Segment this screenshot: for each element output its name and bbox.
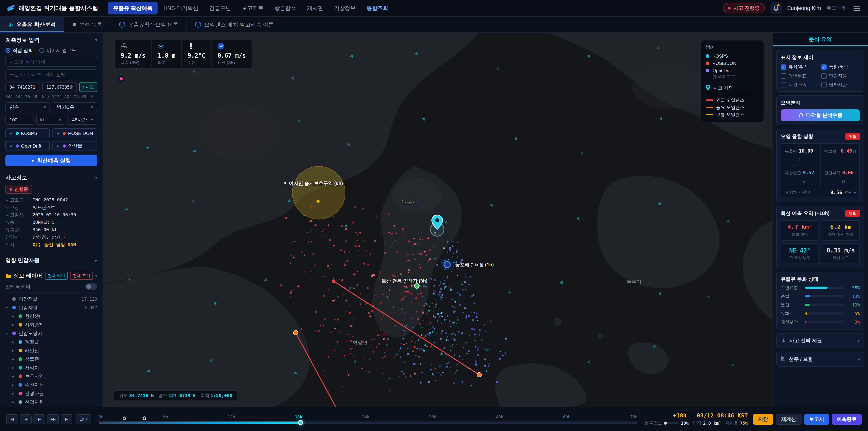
nav-item-5[interactable]: 항공탐색 [270, 2, 301, 14]
report-button[interactable]: 보고서 [804, 414, 829, 425]
collapsed-section-1[interactable]: 선주 / 보험▸ [776, 352, 864, 367]
checkbox-icon [781, 82, 786, 88]
chevron-down-icon: ▾ [91, 117, 93, 122]
layer-tree-item-9[interactable]: ▶보호지역 [5, 372, 97, 380]
tab-1[interactable]: 유출유 확산분석 [0, 17, 64, 32]
unit-select[interactable]: kL▾ [36, 115, 65, 125]
logout-button[interactable]: 로그아웃 [827, 5, 846, 11]
display-option-3[interactable]: 민감자원 [821, 73, 860, 79]
incident-location-pin[interactable] [431, 214, 443, 232]
layer-tree-item-1[interactable]: ▼민감자원3,947 [5, 303, 97, 312]
model-checkbox-앙상블[interactable]: ✓앙상블 [53, 141, 97, 151]
layer-tree-item-4[interactable]: ▼민감도평가 [5, 329, 97, 338]
layer-tree-item-0[interactable]: 어장정보17,129 [5, 295, 97, 303]
layer-count: 17,129 [82, 297, 97, 302]
layer-tree-item-7[interactable]: ▶생물종 [5, 355, 97, 363]
duration-select[interactable]: 48시간▾ [68, 115, 97, 125]
layer-tree-item-3[interactable]: ▶사회경제 [5, 320, 97, 329]
tab-4[interactable]: i오일펜스 배치 알고리즘 이론 [187, 17, 282, 32]
step-back-button[interactable]: ◀ [20, 414, 32, 424]
lon-value: 127.6739°E [168, 393, 196, 398]
pollution-status-card: 오염 종합 상황 위험 유출량10.00 kl증발량0.43 kl해상잔존9.5… [776, 129, 864, 202]
radio-direct-input[interactable]: 직접 입력 [5, 47, 33, 54]
weathering-bar [805, 312, 844, 315]
legend-label: KOSPS [712, 54, 728, 59]
skip-end-button[interactable]: ▶| [61, 414, 72, 424]
display-option-5[interactable]: 날짜시간 [821, 82, 860, 88]
run-prediction-button[interactable]: ▸확산예측 실행 [5, 155, 97, 166]
all-layers-on-button[interactable]: 전체 켜기 [45, 272, 68, 280]
display-option-0[interactable]: ✓유향/유속 [781, 64, 819, 70]
weathering-pct: 5% [846, 311, 860, 316]
nav-item-8[interactable]: 통합조회 [362, 2, 393, 14]
end-prediction-button[interactable]: 예측종료 [832, 414, 862, 425]
display-option-4[interactable]: 시간 표시 [781, 82, 819, 88]
nav-item-3[interactable]: 긴급구난 [204, 2, 236, 14]
predict-section-header[interactable]: 예측정보 입력 ▾ [5, 36, 97, 43]
incident-status-badge[interactable]: 사고 진행중 [723, 3, 765, 13]
nav-item-7[interactable]: 기상정보 [329, 2, 361, 14]
option-label: 날짜시간 [829, 82, 847, 88]
tab-analysis-summary[interactable]: 분석 요약 [773, 33, 868, 46]
map-area[interactable]: ▶▶▶▶▶▶▶▶▶▶▶▶▶▶▶▶▶▶▶▶▶▶▶▶▶▶▶▶▶▶▶▶▶▶▶▶▶▶▶▶… [103, 33, 772, 407]
collapsed-section-0[interactable]: 사고 선박 제원▸ [776, 333, 864, 348]
stat-value: 9.57 [803, 170, 814, 175]
speed-select[interactable]: 1x▾ [76, 414, 91, 424]
all-layers-toggle[interactable] [86, 283, 97, 290]
fast-forward-button[interactable]: ▶▶ [47, 414, 59, 424]
nav-item-6[interactable]: 게시판 [302, 2, 328, 14]
incident-name-input[interactable] [5, 57, 97, 67]
layer-tree-item-2[interactable]: ▶환경생태 [5, 312, 97, 320]
beach-marker[interactable] [443, 261, 451, 268]
tab-2[interactable]: ≡분석 목록 [64, 17, 111, 32]
layer-tree-item-5[interactable]: ▶계절별 [5, 338, 97, 346]
display-option-1[interactable]: ✓풍향/풍속 [821, 64, 860, 70]
chevron-down-icon: ▾ [95, 37, 97, 42]
model-checkbox-poseidon[interactable]: ✓POSEIDON [53, 128, 97, 138]
status-cell-1: 증발량0.43 kl [820, 144, 860, 165]
latitude-input[interactable] [5, 82, 40, 92]
layer-tree-item-6[interactable]: ▶해안선 [5, 346, 97, 355]
layer-tree-item-11[interactable]: ▶관광자원 [5, 389, 97, 398]
layer-tree-item-12[interactable]: ▶산업자원 [5, 398, 97, 406]
polygon-analysis-button[interactable]: 다각형 분석수행 [781, 110, 860, 121]
timeline-track[interactable] [98, 422, 638, 424]
model-checkbox-kosps[interactable]: ✓KOSPS [5, 128, 50, 138]
model-checkbox-opendrift[interactable]: ✓OpenDrift [5, 141, 50, 151]
user-name[interactable]: Eunjeong Kim [787, 5, 821, 11]
nav-item-4[interactable]: 보고자료 [237, 2, 269, 14]
play-button[interactable]: ▶ [33, 414, 45, 424]
draw-tool-button[interactable] [117, 74, 126, 83]
save-button[interactable]: 저장 [753, 414, 773, 425]
incident-list-input[interactable] [5, 69, 97, 79]
notifications-button[interactable] [770, 2, 782, 14]
layer-tree-item-10[interactable]: ▶수산자원 [5, 380, 97, 389]
longitude-input[interactable] [42, 82, 77, 92]
amount-input[interactable] [5, 115, 33, 125]
all-layers-off-button[interactable]: 전체 끄기 [70, 272, 93, 280]
legend-fence-row: 보통 오일펜스 [706, 111, 759, 118]
tab-3[interactable]: i유출유확산모델 이론 [111, 17, 187, 32]
weathering-pct: 3% [846, 319, 860, 325]
spill-mode-select[interactable]: 연속▾ [5, 102, 50, 112]
sensitive-section-header[interactable]: 영향 민감자원 ▸ [5, 257, 97, 264]
oil-type-select[interactable]: 벙커C유▾ [53, 102, 97, 112]
forecast-value: 4.7 km² [783, 224, 817, 230]
radio-image-upload[interactable]: 이미지 업로드 [39, 47, 76, 54]
timeline-handle[interactable] [298, 420, 303, 425]
polluted-area-row[interactable]: 오염해역면적 8.56 km² ▸ [781, 187, 860, 198]
layer-tree-item-8[interactable]: ▶서식지 [5, 363, 97, 372]
layer-label: 해안선 [25, 347, 39, 354]
display-option-2[interactable]: 예인부표 [781, 73, 819, 79]
opacity-slider[interactable] [664, 423, 679, 424]
nav-item-1[interactable]: 유출유 확산예측 [108, 2, 158, 14]
skip-start-button[interactable]: |◀ [6, 414, 18, 424]
menu-button[interactable] [852, 4, 862, 12]
pick-on-map-button[interactable]: ↑지도 [79, 82, 97, 92]
incident-section-header[interactable]: 사고정보 ▾ [5, 174, 97, 181]
recalculate-button[interactable]: 재계산 [776, 414, 802, 425]
layers-title: 정보 레이어 [13, 272, 43, 279]
app-logo[interactable]: 해양환경 위기대응 통합시스템 [6, 4, 98, 12]
weather-label: 수온 [188, 60, 196, 65]
nav-item-2[interactable]: HNS·대기확산 [158, 2, 204, 14]
